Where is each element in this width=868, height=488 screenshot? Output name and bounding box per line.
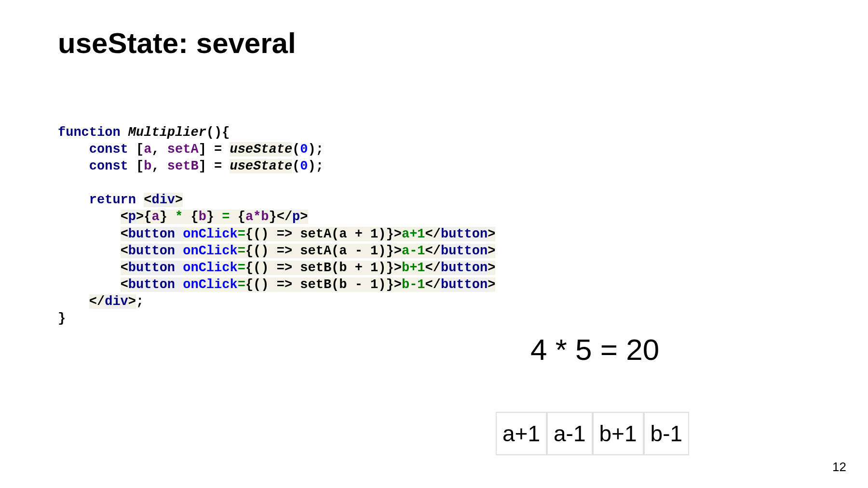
- t: >: [488, 227, 495, 241]
- body: () => setA(a - 1): [253, 244, 386, 258]
- t: }: [386, 244, 394, 258]
- t: [: [128, 159, 144, 173]
- t: [58, 227, 121, 241]
- t: );: [308, 142, 324, 157]
- t: <: [121, 261, 128, 275]
- call: useState: [230, 142, 292, 157]
- t: {: [190, 210, 198, 224]
- body: () => setA(a + 1): [253, 227, 386, 241]
- attr: onClick: [183, 244, 237, 258]
- tag: button: [441, 244, 488, 258]
- button-row: a+1 a-1 b+1 b-1: [496, 412, 689, 455]
- t: >: [488, 261, 495, 275]
- t: <: [121, 210, 128, 224]
- txt: *: [167, 210, 191, 224]
- t: ] =: [199, 159, 230, 173]
- txt: b+1: [402, 261, 425, 275]
- t: }: [386, 261, 394, 275]
- t: (: [292, 159, 300, 173]
- num: 0: [300, 159, 308, 173]
- tag: button: [128, 261, 183, 275]
- t: [: [128, 142, 144, 157]
- t: </: [425, 227, 441, 241]
- t: >: [394, 277, 402, 292]
- tag: div: [151, 193, 175, 207]
- page-number: 12: [832, 460, 846, 475]
- body: () => setB(b - 1): [253, 277, 386, 292]
- t: >: [488, 244, 495, 258]
- t: ,: [151, 142, 167, 157]
- attr: onClick: [183, 277, 237, 292]
- t: [58, 261, 121, 275]
- num: 0: [300, 142, 308, 157]
- t: [58, 244, 121, 258]
- t: ,: [151, 159, 167, 173]
- t: =: [238, 227, 245, 241]
- id: a: [151, 210, 159, 224]
- t: <: [121, 227, 128, 241]
- t: }: [386, 227, 394, 241]
- tag: p: [128, 210, 136, 224]
- t: ;: [136, 294, 144, 309]
- t: }: [386, 277, 394, 292]
- txt: =: [214, 210, 238, 224]
- t: =: [238, 277, 245, 292]
- t: =: [238, 261, 245, 275]
- tag: button: [441, 227, 488, 241]
- kw: const: [89, 159, 128, 173]
- kw: function: [58, 125, 121, 140]
- t: {: [245, 244, 253, 258]
- t: [58, 294, 89, 309]
- t: {: [144, 210, 151, 224]
- t: <: [121, 277, 128, 292]
- t: (: [292, 142, 300, 157]
- txt: b-1: [402, 277, 425, 292]
- attr: onClick: [183, 227, 237, 241]
- t: }: [206, 210, 214, 224]
- slide-title: useState: several: [58, 26, 296, 60]
- tag: div: [105, 294, 128, 309]
- b-plus-1-button[interactable]: b+1: [593, 412, 644, 455]
- t: {: [245, 227, 253, 241]
- t: [58, 193, 89, 207]
- tag: p: [292, 210, 300, 224]
- t: >: [128, 294, 136, 309]
- tag: button: [128, 244, 183, 258]
- t: [58, 277, 121, 292]
- t: ] =: [199, 142, 230, 157]
- output-text: 4 * 5 = 20: [530, 332, 659, 367]
- t: >: [394, 261, 402, 275]
- t: {: [245, 277, 253, 292]
- a-plus-1-button[interactable]: a+1: [496, 412, 547, 455]
- t: =: [238, 244, 245, 258]
- id: setB: [167, 159, 199, 173]
- tag: button: [128, 277, 183, 292]
- a-minus-1-button[interactable]: a-1: [547, 412, 592, 455]
- t: </: [425, 261, 441, 275]
- t: >: [394, 244, 402, 258]
- t: <: [144, 193, 151, 207]
- call: useState: [230, 159, 292, 173]
- id: setA: [167, 142, 199, 157]
- t: [58, 159, 89, 173]
- code-block: function Multiplier(){ const [a, setA] =…: [58, 124, 495, 327]
- t: (){: [206, 125, 230, 140]
- txt: a-1: [402, 244, 425, 258]
- t: <: [121, 244, 128, 258]
- fn: Multiplier: [128, 125, 206, 140]
- kw: const: [89, 142, 128, 157]
- t: >: [300, 210, 308, 224]
- b-minus-1-button[interactable]: b-1: [644, 412, 689, 455]
- id: b: [199, 210, 206, 224]
- t: </: [277, 210, 292, 224]
- t: {: [245, 261, 253, 275]
- t: );: [308, 159, 324, 173]
- t: >: [394, 227, 402, 241]
- tag: button: [128, 227, 183, 241]
- t: >: [136, 210, 144, 224]
- t: </: [425, 277, 441, 292]
- body: () => setB(b + 1): [253, 261, 386, 275]
- t: >: [175, 193, 183, 207]
- t: [58, 142, 89, 157]
- id: b: [144, 159, 151, 173]
